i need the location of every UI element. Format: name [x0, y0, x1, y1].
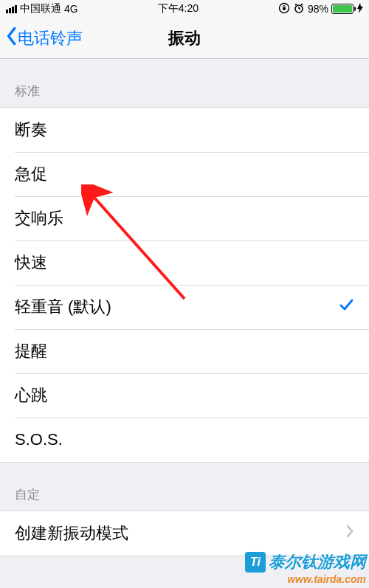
vibration-option-selected[interactable]: 轻重音 (默认) — [0, 285, 369, 329]
network-label: 4G — [64, 3, 78, 15]
option-label: 断奏 — [15, 119, 47, 141]
battery-icon — [331, 4, 354, 14]
nav-bar: 电话铃声 振动 — [0, 18, 369, 59]
chevron-right-icon — [345, 524, 354, 543]
option-label: 急促 — [15, 163, 47, 185]
status-left: 中国联通 4G — [6, 2, 78, 15]
clock-label: 下午4:20 — [158, 2, 199, 15]
option-label: 交响乐 — [15, 207, 63, 229]
vibration-option[interactable]: 心跳 — [0, 373, 369, 418]
checkmark-icon — [338, 297, 354, 317]
vibration-option[interactable]: 快速 — [0, 241, 369, 285]
status-bar: 中国联通 4G 下午4:20 98% — [0, 0, 369, 18]
option-label: 提醒 — [15, 340, 47, 362]
back-button[interactable]: 电话铃声 — [0, 26, 83, 51]
vibration-option[interactable]: 提醒 — [0, 329, 369, 373]
alarm-icon — [293, 2, 305, 16]
vibration-option[interactable]: 交响乐 — [0, 196, 369, 241]
signal-icon — [6, 5, 17, 13]
vibration-option[interactable]: 急促 — [0, 152, 369, 196]
create-new-vibration[interactable]: 创建新振动模式 — [0, 511, 369, 556]
section-header-custom: 自定 — [0, 463, 369, 511]
custom-list: 创建新振动模式 — [0, 511, 369, 556]
svg-line-6 — [301, 4, 303, 5]
charging-icon — [357, 3, 363, 15]
option-label: 快速 — [15, 252, 47, 274]
svg-rect-1 — [283, 7, 286, 10]
vibration-option[interactable]: S.O.S. — [0, 418, 369, 462]
option-label: 轻重音 (默认) — [15, 296, 111, 318]
status-right: 98% — [278, 2, 363, 16]
carrier-label: 中国联通 — [20, 2, 61, 15]
lock-rotation-icon — [278, 2, 290, 16]
back-label: 电话铃声 — [18, 27, 83, 49]
watermark-url: www.tairda.com — [245, 573, 366, 585]
page-title: 振动 — [168, 27, 201, 49]
standard-list: 断奏 急促 交响乐 快速 轻重音 (默认) 提醒 心跳 S.O.S. — [0, 107, 369, 463]
option-label: 创建新振动模式 — [15, 522, 128, 544]
battery-pct-label: 98% — [308, 3, 328, 15]
svg-line-5 — [295, 4, 297, 5]
section-header-standard: 标准 — [0, 59, 369, 107]
chevron-left-icon — [4, 26, 18, 51]
option-label: 心跳 — [15, 384, 47, 407]
vibration-option[interactable]: 断奏 — [0, 108, 369, 152]
option-label: S.O.S. — [15, 430, 63, 449]
